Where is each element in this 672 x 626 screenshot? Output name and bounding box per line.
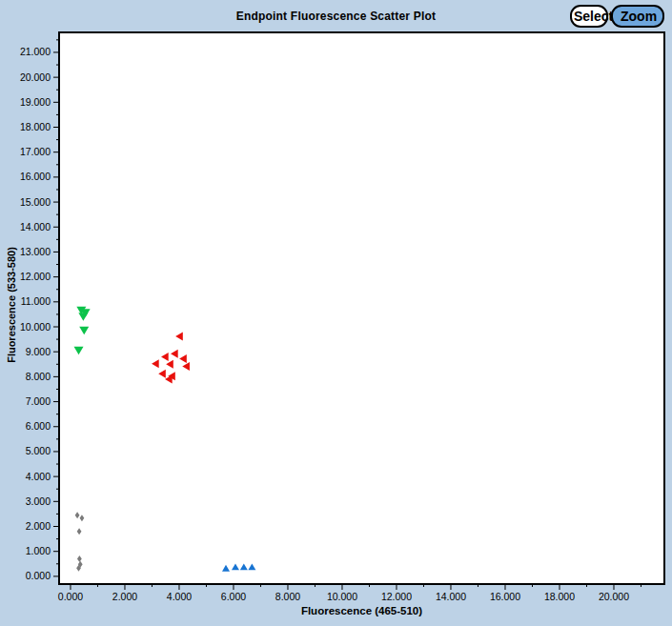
x-tick-label: 6.000 xyxy=(221,591,246,602)
y-tick-label: 9.000 xyxy=(26,346,51,357)
y-tick-label: 14.000 xyxy=(20,221,51,232)
y-tick-label: 19.000 xyxy=(20,96,51,108)
y-axis-title: Fluorescence (533-580) xyxy=(6,238,17,372)
plot-area[interactable] xyxy=(58,31,665,585)
y-tick-label: 17.000 xyxy=(20,146,51,157)
y-tick-label: 0.000 xyxy=(26,570,51,581)
x-tick-label: 0.000 xyxy=(58,591,83,602)
y-tick-label: 20.000 xyxy=(20,71,51,83)
x-tick-label: 20.000 xyxy=(599,591,629,602)
x-tick-label: 2.000 xyxy=(112,591,137,602)
y-tick-label: 12.000 xyxy=(20,271,51,282)
y-tick-label: 1.000 xyxy=(26,545,51,556)
y-tick-label: 4.000 xyxy=(26,471,51,482)
y-tick-label: 11.000 xyxy=(21,295,51,307)
y-tick-label: 13.000 xyxy=(20,246,51,257)
select-button[interactable]: Select xyxy=(570,5,608,28)
x-tick-label: 16.000 xyxy=(490,591,520,602)
y-tick-label: 5.000 xyxy=(26,445,51,456)
y-tick-label: 16.000 xyxy=(20,171,51,182)
x-tick-label: 4.000 xyxy=(167,591,192,602)
y-tick-label: 6.000 xyxy=(26,420,51,432)
y-tick-label: 18.000 xyxy=(20,121,51,132)
zoom-button[interactable]: Zoom xyxy=(611,5,664,28)
y-tick-label: 2.000 xyxy=(26,520,51,532)
y-tick-label: 7.000 xyxy=(26,395,51,407)
y-tick-label: 8.000 xyxy=(26,371,51,382)
y-tick-label: 3.000 xyxy=(26,495,51,507)
x-tick-label: 18.000 xyxy=(544,591,575,602)
x-axis-title: Fluorescence (465-510) xyxy=(59,605,664,616)
y-tick-label: 15.000 xyxy=(20,196,51,208)
x-tick-label: 10.000 xyxy=(327,591,357,602)
x-tick-label: 14.000 xyxy=(436,591,466,602)
y-tick-label: 10.000 xyxy=(20,321,51,333)
y-tick-label: 21.000 xyxy=(20,46,51,57)
x-tick-label: 12.000 xyxy=(381,591,412,602)
x-tick-label: 8.000 xyxy=(275,591,300,602)
